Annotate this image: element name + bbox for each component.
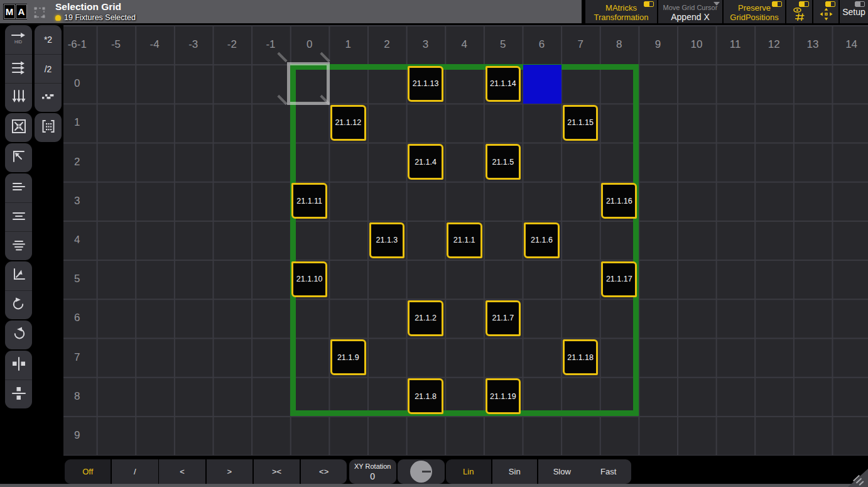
multiply-2-button[interactable]: *2: [35, 25, 62, 54]
column-header[interactable]: -3: [174, 25, 213, 64]
column-header[interactable]: -2: [213, 25, 252, 64]
row-header[interactable]: 1: [58, 103, 97, 142]
mirror-horizontal-button[interactable]: [5, 351, 32, 380]
column-header[interactable]: -5: [97, 25, 136, 64]
column-header[interactable]: 8: [600, 25, 639, 64]
logo-letter-m: M: [4, 4, 15, 19]
column-header[interactable]: 11: [716, 25, 755, 64]
preserve-gridpositions-button[interactable]: PreserveGridPositions: [724, 0, 785, 23]
setup-button[interactable]: Setup: [840, 0, 868, 23]
ma-logo[interactable]: M A: [3, 4, 27, 19]
fixture-cell[interactable]: 21.1.15: [563, 105, 599, 141]
column-header[interactable]: -4: [135, 25, 174, 64]
grid-visibility-button[interactable]: [786, 0, 812, 23]
row-header[interactable]: 9: [58, 416, 97, 455]
grid-dots-button[interactable]: [35, 113, 62, 142]
column-header[interactable]: 14: [832, 25, 868, 64]
rotate-ccw-button[interactable]: [5, 320, 32, 349]
rotate-cw-button[interactable]: [5, 290, 32, 319]
column-header[interactable]: 9: [639, 25, 678, 64]
fixture-cell[interactable]: 21.1.7: [486, 300, 521, 336]
row-header[interactable]: 6: [58, 298, 97, 337]
curve-sin-button[interactable]: Sin: [492, 459, 538, 484]
column-header[interactable]: 10: [677, 25, 716, 64]
align-justify-button[interactable]: [5, 231, 32, 260]
column-header[interactable]: 3: [406, 25, 445, 64]
fixture-cell[interactable]: 21.1.8: [408, 378, 443, 414]
fixture-cell[interactable]: 21.1.16: [601, 183, 637, 219]
row-header[interactable]: 2: [58, 143, 97, 182]
rotation-knob[interactable]: [410, 461, 432, 483]
row-header[interactable]: 5: [58, 260, 97, 298]
row-header[interactable]: 0: [58, 64, 97, 103]
row-header[interactable]: 3: [58, 182, 97, 221]
wings-option-4-button[interactable]: ><: [254, 459, 300, 484]
row-header[interactable]: 8: [58, 377, 97, 416]
toggle-indicator-icon: [799, 1, 809, 7]
fixture-cell[interactable]: 21.1.18: [563, 339, 599, 375]
column-header[interactable]: -6-1: [58, 25, 97, 64]
fixture-cell[interactable]: 21.1.10: [291, 261, 327, 297]
fixture-cell[interactable]: 21.1.2: [408, 300, 443, 336]
fixture-cell[interactable]: 21.1.9: [330, 339, 366, 375]
shift-down-multi-button[interactable]: [5, 83, 32, 112]
fixture-cell[interactable]: 21.1.11: [291, 183, 327, 219]
scatter-button[interactable]: [35, 83, 62, 112]
column-header[interactable]: 13: [793, 25, 832, 64]
shift-right-hid-icon: HID: [9, 30, 28, 49]
divide-2-button[interactable]: /2: [35, 54, 62, 83]
fixture-cell[interactable]: 21.1.14: [486, 66, 521, 102]
column-header[interactable]: 0: [290, 25, 329, 64]
wings-off-button[interactable]: Off: [65, 459, 111, 484]
compress-button[interactable]: [5, 113, 32, 142]
speed-button[interactable]: SlowFast: [538, 459, 631, 484]
row-header[interactable]: 7: [58, 338, 97, 377]
column-header[interactable]: 12: [755, 25, 794, 64]
xy-rotation-knob[interactable]: [398, 459, 445, 484]
selection-grid-window: M A Selection Grid 19 Fixtures Selected …: [0, 0, 868, 487]
grid-handle-icon[interactable]: [33, 6, 46, 22]
fixture-cell[interactable]: 21.1.3: [369, 222, 405, 258]
wings-option-2-button[interactable]: <: [159, 459, 205, 484]
knob-indicator: [422, 471, 431, 473]
button-label-bottom: Append X: [671, 13, 710, 22]
move-mode-button[interactable]: [813, 0, 838, 23]
shift-right-hid-button[interactable]: HID: [5, 25, 32, 54]
resize-handle-icon[interactable]: [848, 469, 868, 487]
fixture-id-label: 21.1.11: [296, 197, 322, 205]
align-left-button[interactable]: [5, 173, 32, 202]
fixture-cell[interactable]: 21.1.1: [447, 222, 482, 258]
fixture-cell[interactable]: 21.1.5: [486, 144, 521, 180]
column-header[interactable]: 5: [484, 25, 523, 64]
wings-option-1-button[interactable]: /: [112, 459, 158, 484]
wings-option-5-button[interactable]: <>: [301, 459, 347, 484]
column-header[interactable]: 6: [523, 25, 561, 64]
column-header[interactable]: 2: [367, 25, 406, 64]
row-header[interactable]: 4: [58, 221, 97, 260]
corner-reset-icon: [11, 148, 27, 167]
column-header[interactable]: 4: [445, 25, 484, 64]
shift-right-multi-button[interactable]: [5, 54, 32, 83]
align-center-button[interactable]: [5, 202, 32, 231]
move-grid-cursor-button[interactable]: Move Grid CursorAppend X: [658, 0, 722, 23]
selection-grid-view[interactable]: -6-1-5-4-3-2-101234567891011121314012345…: [58, 25, 868, 456]
mirror-vertical-icon: [11, 385, 27, 404]
xy-rotation-display[interactable]: XY Rotation0: [349, 459, 396, 484]
corner-reset-button[interactable]: [5, 143, 32, 172]
fixture-cell[interactable]: 21.1.6: [524, 222, 560, 258]
column-header[interactable]: 7: [561, 25, 600, 64]
title-bar[interactable]: M A Selection Grid 19 Fixtures Selected: [0, 0, 582, 23]
fixture-id-label: 21.1.18: [567, 353, 594, 362]
mirror-vertical-button[interactable]: [5, 380, 32, 408]
fixture-cell[interactable]: 21.1.17: [601, 261, 637, 297]
matricks-transformation-button[interactable]: MAtricksTransformation: [585, 0, 657, 23]
fixture-cell[interactable]: 21.1.4: [408, 144, 443, 180]
fixture-cell[interactable]: 21.1.19: [486, 378, 521, 414]
column-header[interactable]: 1: [328, 25, 367, 64]
fixture-cell[interactable]: 21.1.12: [330, 105, 366, 141]
fixture-cell[interactable]: 21.1.13: [408, 66, 443, 102]
wings-option-3-button[interactable]: >: [207, 459, 252, 484]
rotate-angle-button[interactable]: [5, 261, 32, 290]
fixture-id-label: 21.1.12: [335, 118, 361, 127]
curve-lin-button[interactable]: Lin: [446, 459, 491, 484]
